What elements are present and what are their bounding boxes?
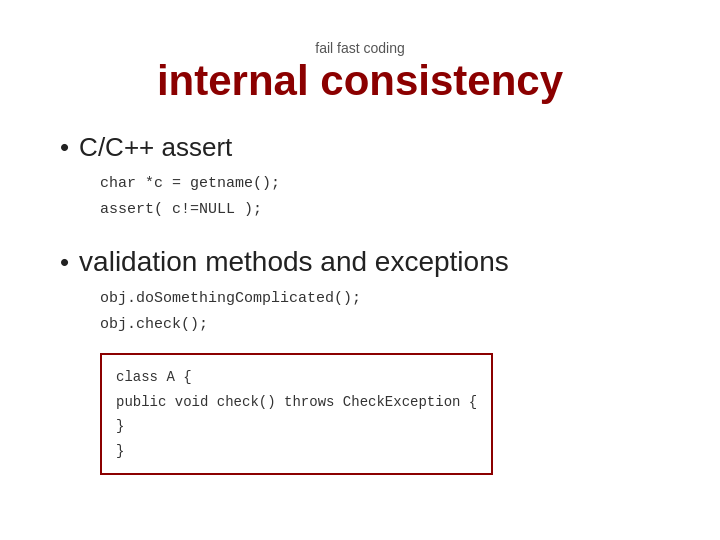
bullet-dot-1: • [60, 132, 69, 163]
code-box-line-3: } [116, 414, 477, 439]
bullet-dot-2: • [60, 247, 69, 278]
bullet-label-2: validation methods and exceptions [79, 246, 509, 278]
code-box-line-4: } [116, 439, 477, 464]
bullet-heading-1: • C/C++ assert [60, 132, 660, 163]
code-box-line-2: public void check() throws CheckExceptio… [116, 390, 477, 415]
code-line-1-2: assert( c!=NULL ); [100, 197, 660, 223]
code-block-1: char *c = getname(); assert( c!=NULL ); [100, 171, 660, 222]
code-line-2-2: obj.check(); [100, 312, 660, 338]
subtitle: fail fast coding [60, 40, 660, 56]
title: internal consistency [60, 58, 660, 104]
code-box: class A { public void check() throws Che… [100, 353, 493, 475]
code-line-2-1: obj.doSomethingComplicated(); [100, 286, 660, 312]
code-block-2: obj.doSomethingComplicated(); obj.check(… [100, 286, 660, 337]
bullet-heading-2: • validation methods and exceptions [60, 246, 660, 278]
slide: fail fast coding internal consistency • … [0, 0, 720, 540]
bullet-section-2: • validation methods and exceptions obj.… [60, 246, 660, 475]
bullet-label-1: C/C++ assert [79, 132, 232, 163]
bullet-section-1: • C/C++ assert char *c = getname(); asse… [60, 132, 660, 228]
code-line-1-1: char *c = getname(); [100, 171, 660, 197]
code-box-line-1: class A { [116, 365, 477, 390]
